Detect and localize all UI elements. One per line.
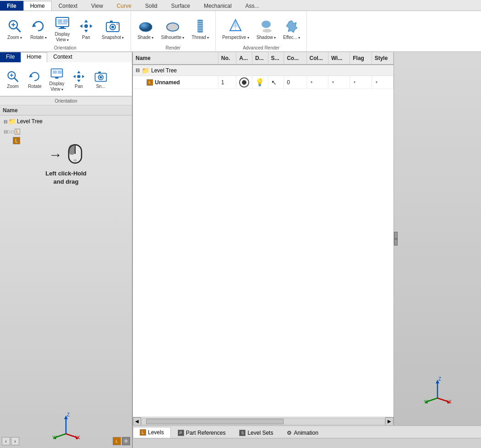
- th-wi[interactable]: Wi...: [328, 52, 350, 64]
- td-active[interactable]: [236, 76, 252, 88]
- left-rotate-icon: [27, 69, 42, 84]
- tab-level-sets[interactable]: S Level Sets: [232, 427, 280, 438]
- hscroll-track[interactable]: [141, 418, 385, 425]
- left-icon-small: L: [13, 137, 20, 144]
- svg-point-33: [262, 21, 271, 28]
- tab-context-right[interactable]: Context: [52, 1, 84, 11]
- hscroll-left-btn[interactable]: ◀: [133, 417, 141, 426]
- tab-mechanical-right[interactable]: Mechanical: [197, 1, 239, 11]
- silhouette-button[interactable]: Silhouette: [159, 16, 187, 42]
- cursor-icon[interactable]: ↖: [271, 79, 277, 86]
- th-flag[interactable]: Flag: [350, 52, 372, 64]
- left-zoom-button[interactable]: Zoom: [3, 68, 23, 90]
- bulb-icon[interactable]: 💡: [255, 78, 264, 87]
- left-tab-home[interactable]: Home: [21, 52, 47, 62]
- left-settings-icon[interactable]: ⚙: [122, 437, 130, 445]
- rotate-button[interactable]: Rotate: [27, 16, 49, 42]
- tab-part-references[interactable]: P Part References: [171, 427, 233, 438]
- perspective-button[interactable]: Perspective: [219, 16, 251, 42]
- td-cursor[interactable]: ↖: [268, 76, 284, 88]
- td-name: L Unnamed: [133, 76, 219, 88]
- td-no: 1: [219, 76, 237, 88]
- resize-handle-icon: ⇔: [394, 237, 398, 241]
- tab-ass-right[interactable]: Ass...: [239, 1, 266, 11]
- left-pan-button[interactable]: Pan: [69, 68, 89, 90]
- td-wi[interactable]: ▾: [328, 76, 350, 88]
- status-bar: [133, 438, 481, 448]
- left-ribbon: File Home Context: [0, 52, 132, 105]
- display-view-button[interactable]: Display View: [51, 13, 73, 44]
- th-d[interactable]: D...: [252, 52, 268, 64]
- tab-animation[interactable]: ⚙ Animation: [280, 427, 325, 438]
- svg-line-69: [437, 398, 448, 402]
- tab-curve-right[interactable]: Curve: [110, 1, 138, 11]
- snapshot-button[interactable]: Snapshot: [99, 16, 127, 42]
- th-col[interactable]: Col...: [307, 52, 328, 64]
- tab-levels[interactable]: L Levels: [133, 427, 171, 438]
- rotate-icon: [30, 18, 47, 34]
- thread-button[interactable]: Thread: [189, 16, 212, 42]
- pan-button[interactable]: Pan: [75, 16, 97, 42]
- hscroll-thumb[interactable]: [146, 419, 284, 424]
- left-sn-label: Sn...: [96, 84, 106, 89]
- shade-button[interactable]: Shade: [135, 16, 157, 42]
- perspective-label: Perspective: [222, 35, 249, 40]
- svg-marker-11: [84, 20, 88, 22]
- left-sn-button[interactable]: Sn...: [91, 68, 111, 90]
- left-nav-arrows[interactable]: ‹ ›: [2, 437, 19, 445]
- pan-icon: [78, 18, 94, 34]
- td-bulb[interactable]: 💡: [252, 76, 268, 88]
- tab-home-right[interactable]: Home: [23, 1, 52, 11]
- zoom-icon: [6, 18, 23, 34]
- svg-marker-13: [80, 24, 82, 28]
- left-display-view-button[interactable]: DisplayView ▾: [47, 65, 67, 93]
- th-style[interactable]: Style: [372, 52, 394, 64]
- left-nav-next[interactable]: ›: [11, 437, 19, 445]
- svg-text:Y: Y: [52, 435, 55, 440]
- th-co[interactable]: Co...: [284, 52, 306, 64]
- effect-icon: [284, 18, 300, 34]
- tab-file-right[interactable]: File: [0, 1, 23, 11]
- active-toggle[interactable]: [239, 77, 249, 87]
- levels-tab-label: Levels: [148, 429, 164, 436]
- svg-marker-14: [90, 24, 93, 28]
- resize-handle[interactable]: ⇔: [394, 232, 398, 246]
- table-row[interactable]: L Unnamed 1 💡: [133, 76, 394, 89]
- svg-marker-44: [77, 71, 80, 73]
- svg-point-15: [84, 24, 88, 28]
- table-tree-header[interactable]: ⊟ 📁 Level Tree: [133, 65, 394, 76]
- tree-row-level[interactable]: ⊟ 📁 Level Tree: [3, 117, 129, 126]
- shade-label: Shade: [137, 35, 153, 40]
- rotate-label: Rotate: [30, 35, 47, 40]
- left-nav-prev[interactable]: ‹: [2, 437, 10, 445]
- tab-solid-right[interactable]: Solid: [138, 1, 164, 11]
- left-display-view-icon: [49, 66, 64, 81]
- th-s[interactable]: S...: [268, 52, 284, 64]
- hint-text: Left click-Hold and drag: [45, 169, 87, 186]
- left-rotate-button[interactable]: Rotate: [25, 68, 45, 90]
- th-no[interactable]: No.: [219, 52, 237, 64]
- left-tab-context[interactable]: Context: [47, 52, 78, 62]
- svg-point-51: [99, 76, 102, 78]
- left-pan-label: Pan: [75, 84, 83, 89]
- th-name[interactable]: Name: [133, 52, 219, 64]
- zoom-button[interactable]: Zoom: [4, 16, 26, 42]
- svg-rect-52: [98, 71, 101, 73]
- wi-dropdown-arrow: ▾: [332, 80, 334, 84]
- td-col[interactable]: ▾: [307, 76, 328, 88]
- tab-surface-right[interactable]: Surface: [164, 1, 197, 11]
- hscroll-area[interactable]: ◀ ▶: [133, 417, 394, 425]
- svg-rect-7: [63, 19, 68, 23]
- tab-view-right[interactable]: View: [84, 1, 110, 11]
- left-axis-indicator: Z X Y: [51, 412, 81, 443]
- thread-icon: [192, 18, 208, 34]
- svg-rect-20: [116, 23, 118, 25]
- hscroll-right-btn[interactable]: ▶: [385, 417, 394, 426]
- shadow-button[interactable]: Shadow: [254, 16, 279, 42]
- td-flag[interactable]: ▾: [350, 76, 372, 88]
- effect-button[interactable]: Effec...: [280, 16, 303, 42]
- td-style[interactable]: ▾: [372, 76, 394, 88]
- th-a[interactable]: A...: [236, 52, 252, 64]
- zoom-label: Zoom: [7, 35, 22, 40]
- left-tab-file[interactable]: File: [0, 52, 21, 62]
